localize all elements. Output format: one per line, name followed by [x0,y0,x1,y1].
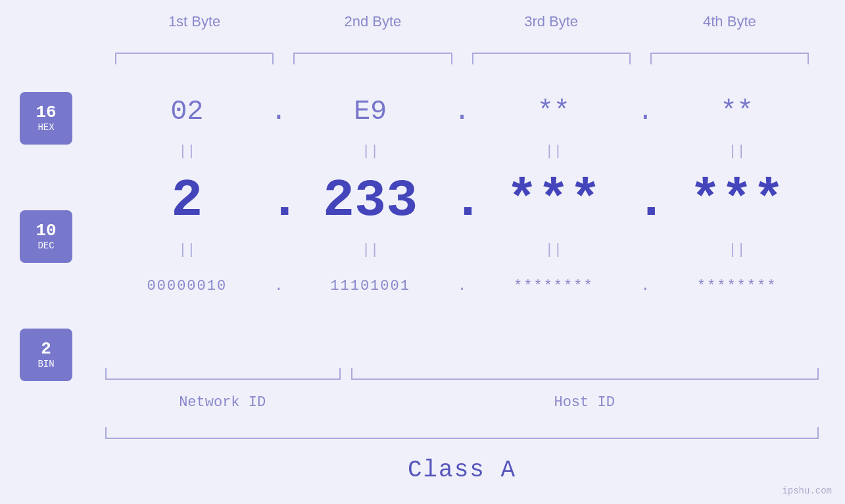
eq-8: || [655,242,819,258]
eq-1: || [105,143,269,160]
hex-byte-1: 02 [105,96,269,127]
hex-dot-3: . [635,96,655,127]
dec-label: DEC [37,241,54,251]
eq-5: || [105,242,269,258]
network-id-label: Network ID [105,394,339,411]
dec-dot-1: . [269,171,289,231]
bracket-1 [115,53,274,64]
class-label: Class A [105,457,819,484]
bin-dot-1: . [269,278,289,294]
eq-row-1: || || || || [105,138,819,164]
byte-4-header: 4th Byte [640,13,819,30]
bracket-2 [293,53,452,64]
bin-byte-3: ******** [472,278,636,294]
bin-row: 00000010 . 11101001 . ******** . *******… [105,263,819,309]
byte-1-header: 1st Byte [105,13,283,30]
hex-badge: 16 HEX [20,92,72,145]
hex-num: 16 [36,104,56,121]
network-bracket [105,368,341,380]
hex-byte-3: ** [472,96,636,127]
byte-headers: 1st Byte 2nd Byte 3rd Byte 4th Byte [105,13,819,30]
id-brackets [105,368,819,380]
bin-num: 2 [41,340,51,357]
host-id-label: Host ID [350,394,819,411]
dec-byte-1: 2 [105,171,269,231]
header-brackets [105,53,819,64]
dec-row: 2 . 233 . *** . *** [105,164,819,237]
dec-badge: 10 DEC [20,210,72,263]
host-bracket [351,368,819,380]
class-bracket [105,427,819,439]
class-bracket-row [105,427,819,439]
hex-row: 02 . E9 . ** . ** [105,85,819,138]
eq-4: || [655,143,819,160]
dec-dot-2: . [452,171,472,231]
eq-2: || [289,143,452,160]
hex-byte-2: E9 [289,96,452,127]
dec-byte-3: *** [472,171,636,231]
eq-row-2: || || || || [105,237,819,263]
dec-byte-4: *** [655,171,819,231]
bracket-3 [472,53,631,64]
bin-byte-2: 11101001 [289,278,452,294]
bin-label: BIN [37,359,54,369]
hex-label: HEX [37,122,54,133]
byte-3-header: 3rd Byte [462,13,640,30]
bin-byte-4: ******** [655,278,819,294]
bracket-4 [650,53,809,64]
hex-dot-1: . [269,96,289,127]
dec-dot-3: . [635,171,655,231]
dec-byte-2: 233 [289,171,452,231]
bin-dot-3: . [635,278,655,294]
hex-dot-2: . [452,96,472,127]
id-labels: Network ID Host ID [105,394,819,411]
bin-badge: 2 BIN [20,329,72,381]
page: 1st Byte 2nd Byte 3rd Byte 4th Byte 16 H… [0,0,845,504]
base-labels: 16 HEX 10 DEC 2 BIN [20,92,72,381]
dec-num: 10 [36,222,56,239]
bin-dot-2: . [452,278,472,294]
watermark: ipshu.com [782,486,832,496]
bin-byte-1: 00000010 [105,278,269,294]
rows-container: 02 . E9 . ** . ** || || || || 2 . 233 . … [105,85,819,309]
hex-byte-4: ** [655,96,819,127]
byte-2-header: 2nd Byte [283,13,462,30]
eq-6: || [289,242,452,258]
eq-3: || [472,143,636,160]
eq-7: || [472,242,636,258]
